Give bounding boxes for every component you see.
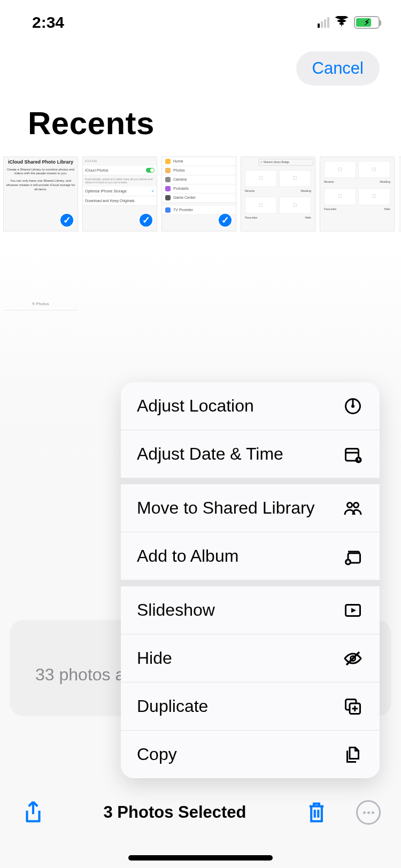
photo-thumbnail[interactable]: ▢▢ RecentsWedding ▢▢ FavouritesHello bbox=[320, 157, 395, 231]
svg-point-8 bbox=[348, 502, 352, 507]
menu-slideshow[interactable]: Slideshow bbox=[121, 586, 380, 634]
thumb-text: iCloud Shared Photo Library bbox=[6, 159, 75, 166]
photo-thumbnail[interactable]: iCloud Shared Photo Library Create a Sha… bbox=[3, 157, 78, 231]
menu-label: Adjust Date & Time bbox=[137, 444, 283, 464]
bottom-toolbar: 3 Photos Selected bbox=[0, 789, 401, 836]
thumb-text: Shared Library Badge bbox=[263, 160, 289, 164]
svg-point-9 bbox=[354, 502, 359, 507]
album-plus-icon bbox=[342, 547, 364, 566]
thumb-text: Wedding bbox=[380, 180, 390, 184]
thumb-text: Photos bbox=[173, 168, 185, 173]
wifi-icon bbox=[334, 13, 350, 32]
menu-adjust-date-time[interactable]: Adjust Date & Time bbox=[121, 430, 380, 478]
thumb-text: Home bbox=[173, 159, 183, 164]
people-icon bbox=[342, 499, 364, 518]
thumb-text: Favourites bbox=[245, 216, 257, 220]
status-bar: 2:34 ⚡︎ bbox=[0, 0, 401, 35]
thumb-text: TV Provider bbox=[173, 207, 193, 212]
menu-label: Duplicate bbox=[137, 696, 208, 716]
thumb-text: Hello bbox=[305, 216, 311, 220]
header: Cancel bbox=[0, 35, 401, 96]
thumb-text: You can only have one Shared Library, an… bbox=[6, 179, 75, 191]
selection-checkmark-icon: ✓ bbox=[59, 213, 74, 228]
menu-add-to-album[interactable]: Add to Album bbox=[121, 532, 380, 580]
more-button[interactable] bbox=[356, 800, 381, 825]
menu-move-to-shared-library[interactable]: Move to Shared Library bbox=[121, 484, 380, 532]
thumb-text: Podcasts bbox=[173, 186, 189, 191]
duplicate-icon bbox=[342, 697, 364, 716]
play-rect-icon bbox=[342, 601, 364, 620]
menu-label: Slideshow bbox=[137, 600, 215, 620]
status-time: 2:34 bbox=[32, 13, 64, 32]
calendar-icon bbox=[342, 445, 364, 464]
thumb-text: iCloud Photos bbox=[85, 168, 109, 173]
location-pin-icon bbox=[342, 397, 364, 416]
menu-copy[interactable]: Copy bbox=[121, 730, 380, 778]
cellular-icon bbox=[318, 17, 329, 28]
photo-thumbnail[interactable]: iCLOUD iCloud Photos Automatically uploa… bbox=[82, 157, 157, 231]
menu-label: Hide bbox=[137, 648, 172, 668]
menu-label: Adjust Location bbox=[137, 396, 254, 416]
photo-thumbnail[interactable] bbox=[399, 157, 401, 231]
copy-docs-icon bbox=[342, 745, 364, 764]
home-indicator[interactable] bbox=[128, 855, 273, 861]
context-menu: Adjust Location Adjust Date & Time Move … bbox=[121, 382, 380, 778]
photo-thumbnail[interactable]: 5 Photos bbox=[3, 236, 78, 311]
menu-label: Copy bbox=[137, 745, 177, 764]
thumb-text: Hello bbox=[384, 207, 390, 211]
menu-hide[interactable]: Hide bbox=[121, 634, 380, 682]
selection-count-label: 3 Photos Selected bbox=[103, 803, 246, 822]
page-title: Recents bbox=[0, 96, 401, 157]
selection-checkmark-icon: ✓ bbox=[138, 213, 153, 228]
menu-duplicate[interactable]: Duplicate bbox=[121, 682, 380, 730]
thumb-text: Recents bbox=[324, 180, 334, 184]
thumb-text: Create a Shared Library to combine photo… bbox=[6, 168, 75, 176]
thumb-text: Favourites bbox=[324, 207, 336, 211]
menu-adjust-location[interactable]: Adjust Location bbox=[121, 382, 380, 430]
thumb-text: Wedding bbox=[300, 189, 311, 193]
thumb-text: Recents bbox=[245, 189, 255, 193]
battery-icon: ⚡︎ bbox=[354, 16, 380, 29]
thumb-text: Game Center bbox=[173, 195, 196, 200]
cancel-button[interactable]: Cancel bbox=[296, 51, 380, 86]
photo-thumbnail[interactable]: Home Photos Camera Podcasts Game Center … bbox=[161, 157, 236, 231]
menu-label: Add to Album bbox=[137, 546, 238, 566]
thumb-text: Optimise iPhone Storage bbox=[85, 189, 127, 193]
thumb-text: 5 Photos bbox=[32, 301, 49, 306]
photo-thumbnail[interactable]: ✓ Shared Library Badge ▢▢ RecentsWedding… bbox=[241, 157, 315, 231]
delete-button[interactable] bbox=[304, 800, 329, 825]
photo-grid: iCloud Shared Photo Library Create a Sha… bbox=[0, 157, 401, 231]
menu-label: Move to Shared Library bbox=[137, 498, 315, 518]
thumb-text: Download and Keep Originals bbox=[85, 198, 135, 203]
thumb-text: Camera bbox=[173, 177, 187, 182]
selection-checkmark-icon: ✓ bbox=[218, 213, 233, 228]
status-icons: ⚡︎ bbox=[318, 13, 380, 32]
share-button[interactable] bbox=[20, 800, 46, 825]
eye-slash-icon bbox=[342, 649, 364, 668]
